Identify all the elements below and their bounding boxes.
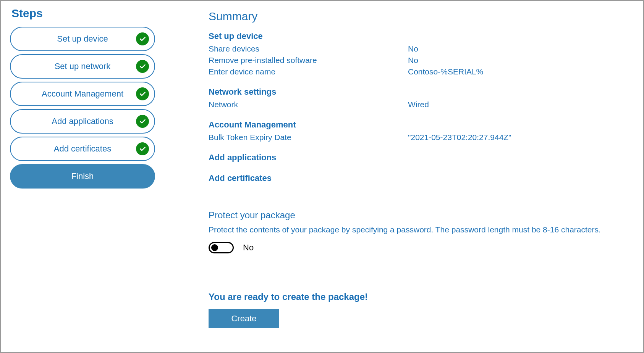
row-device-name: Enter device name Contoso-%SERIAL% [209, 67, 634, 76]
summary-panel: Summary Set up device Share devices No R… [209, 7, 634, 346]
protect-toggle-row: No [209, 242, 634, 253]
row-network: Network Wired [209, 100, 634, 109]
ready-text: You are ready to create the package! [209, 292, 634, 302]
kv-label: Share devices [209, 44, 408, 53]
checkmark-icon [136, 87, 149, 100]
steps-sidebar: Steps Set up device Set up network Accou… [10, 7, 155, 346]
section-heading-add-applications: Add applications [209, 153, 634, 163]
kv-value: No [408, 56, 634, 65]
step-label: Finish [71, 171, 94, 181]
summary-title: Summary [209, 10, 634, 23]
section-heading-account: Account Management [209, 120, 634, 130]
step-label: Set up device [57, 34, 108, 44]
create-button[interactable]: Create [209, 309, 279, 328]
checkmark-icon [136, 32, 149, 45]
kv-value: "2021-05-23T02:20:27.944Z" [408, 133, 634, 142]
protect-title: Protect your package [209, 210, 634, 221]
step-label: Add certificates [54, 144, 111, 154]
checkmark-icon [136, 60, 149, 73]
kv-value: No [408, 44, 634, 53]
section-heading-add-certificates: Add certificates [209, 173, 634, 183]
step-label: Set up network [55, 61, 111, 71]
protect-toggle-label: No [243, 243, 254, 253]
steps-title: Steps [11, 7, 155, 20]
row-remove-software: Remove pre-installed software No [209, 56, 634, 65]
step-label: Account Management [42, 89, 123, 99]
kv-label: Remove pre-installed software [209, 56, 408, 65]
kv-value: Contoso-%SERIAL% [408, 67, 634, 76]
section-heading-network: Network settings [209, 87, 634, 97]
step-account-management[interactable]: Account Management [10, 82, 155, 106]
protect-toggle[interactable] [209, 242, 234, 253]
step-add-certificates[interactable]: Add certificates [10, 137, 155, 161]
kv-label: Enter device name [209, 67, 408, 76]
checkmark-icon [136, 115, 149, 128]
step-finish[interactable]: Finish [10, 164, 155, 189]
row-share-devices: Share devices No [209, 44, 634, 53]
kv-label: Network [209, 100, 408, 109]
kv-value: Wired [408, 100, 634, 109]
toggle-knob-icon [211, 244, 218, 251]
section-heading-setup-device: Set up device [209, 31, 634, 41]
step-set-up-network[interactable]: Set up network [10, 54, 155, 79]
step-set-up-device[interactable]: Set up device [10, 27, 155, 51]
checkmark-icon [136, 142, 149, 155]
protect-description: Protect the contents of your package by … [209, 225, 634, 234]
step-add-applications[interactable]: Add applications [10, 109, 155, 134]
kv-label: Bulk Token Expiry Date [209, 133, 408, 142]
step-label: Add applications [52, 116, 113, 126]
row-bulk-token: Bulk Token Expiry Date "2021-05-23T02:20… [209, 133, 634, 142]
